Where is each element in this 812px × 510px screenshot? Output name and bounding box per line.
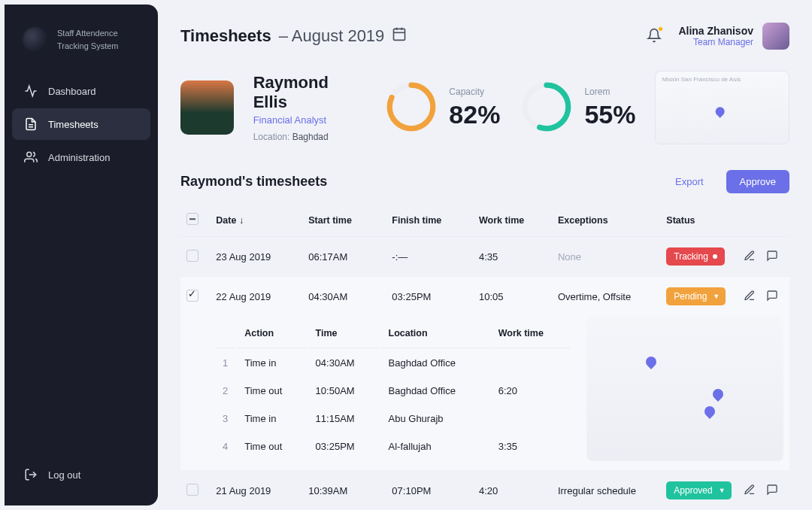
cell-date: 21 Aug 2019 [210,471,302,511]
employee-photo [180,80,234,135]
gauge-label: Capacity [449,87,500,97]
comment-icon[interactable] [766,290,778,304]
cell-work: 4:35 [473,237,552,277]
detail-col-time: Time [308,317,380,348]
logout-button[interactable]: Log out [12,459,150,490]
cell-finish: 07:10PM [386,471,473,511]
status-badge: Tracking [666,247,725,266]
row-checkbox[interactable] [186,484,198,496]
brand: Staff Attendence Tracking System [12,21,150,75]
gauge-label: Lorem [584,87,635,97]
gauge-value: 82% [449,100,500,129]
column-status: Status [660,204,737,237]
sidebar-item-label: Timesheets [48,119,98,130]
edit-icon[interactable] [744,290,756,304]
cell-start: 06:17AM [302,237,386,277]
brand-logo [23,27,48,53]
topbar: Timesheets – August 2019 Alina Zhanisov … [180,23,789,50]
comment-icon[interactable] [766,484,778,498]
column-start: Start time [302,204,386,237]
sidebar-item-label: Dashboard [48,86,96,97]
detail-row: 1Time in04:30AMBaghdad Office [215,350,570,376]
detail-row: 3Time in11:15AMAbu Ghurajb [215,405,570,432]
sidebar-item-label: Administration [48,152,110,163]
avatar [762,23,789,50]
detail-table: Action Time Location Work time 1Time in0… [214,316,571,461]
column-finish: Finish time [386,204,473,237]
notifications-button[interactable] [647,28,662,45]
status-badge[interactable]: Pending▼ [666,287,726,305]
cell-finish: -:— [386,237,473,277]
detail-map[interactable] [586,316,783,461]
gauge-value: 55% [584,100,635,129]
calendar-icon[interactable] [392,26,407,46]
page-title: Timesheets – August 2019 [180,26,407,46]
edit-icon[interactable] [744,250,756,264]
page-title-text: Timesheets [180,26,271,46]
chevron-down-icon: ▼ [713,293,720,300]
row-checkbox[interactable] [186,290,198,302]
cell-work: 10:05 [473,277,552,317]
cell-start: 10:39AM [302,471,386,511]
section-head: Raymond's timesheets Export Approve [180,170,789,193]
svg-point-2 [27,152,32,156]
gauge-capacity: Capacity 82% [384,80,500,136]
current-user[interactable]: Alina Zhanisov Team Manager [678,23,789,50]
cell-exceptions: Overtime, Offsite [552,277,660,317]
cell-work: 4:20 [473,471,552,511]
cell-start: 04:30AM [302,277,386,317]
map-label: Misión San Francisco de Asís [662,76,741,83]
gauge-lorem: Lorem 55% [520,80,635,136]
detail-col-work: Work time [491,317,571,348]
user-name: Alina Zhanisov [678,25,753,37]
comment-icon[interactable] [766,250,778,264]
row-checkbox[interactable] [186,250,198,262]
column-date[interactable]: Date ↓ [210,204,302,237]
cell-finish: 03:25PM [386,277,473,317]
column-work: Work time [473,204,552,237]
notification-dot-icon [658,26,663,32]
edit-icon[interactable] [744,484,756,498]
employee-summary: Raymond Ellis Financial Analyst Location… [180,71,789,144]
detail-col-action: Action [237,317,306,348]
select-all-checkbox[interactable] [186,213,198,225]
table-row-detail: Action Time Location Work time 1Time in0… [180,316,789,471]
table-row[interactable]: 22 Aug 2019 04:30AM 03:25PM 10:05 Overti… [180,277,789,317]
users-icon [24,150,38,164]
sidebar-item-administration[interactable]: Administration [12,141,150,173]
sidebar-item-dashboard[interactable]: Dashboard [12,75,150,107]
table-row[interactable]: 23 Aug 2019 06:17AM -:— 4:35 None Tracki… [180,237,789,277]
map-pin-icon [710,387,726,402]
logout-icon [24,468,38,481]
user-role: Team Manager [678,37,753,47]
map-pin-icon [702,404,717,419]
detail-row: 4Time out03:25PMAl-fallujah3:35 [215,433,570,460]
activity-icon [24,84,38,98]
column-exceptions: Exceptions [552,204,660,237]
sidebar-item-timesheets[interactable]: Timesheets [12,108,150,140]
cell-date: 22 Aug 2019 [210,277,302,317]
cell-exceptions: None [552,237,660,277]
section-title: Raymond's timesheets [180,174,327,190]
page-title-period: – August 2019 [279,26,385,46]
status-badge[interactable]: Approved▼ [666,481,731,499]
export-button[interactable]: Export [662,170,717,193]
brand-text: Staff Attendence Tracking System [57,27,119,52]
map-pin-icon [644,354,659,369]
brand-line1: Staff Attendence [57,27,119,40]
employee-role: Financial Analyst [253,114,365,126]
detail-row: 2Time out10:50AMBaghdad Office6:20 [215,378,570,404]
brand-line2: Tracking System [57,40,119,53]
employee-location-label: Location: [253,132,292,142]
detail-col-location: Location [381,317,489,348]
employee-name: Raymond Ellis [253,73,365,112]
svg-rect-4 [394,29,405,40]
approve-button[interactable]: Approve [726,170,789,193]
timesheet-table: Date ↓ Start time Finish time Work time … [180,204,789,510]
cell-exceptions: Irregular schedule [552,471,660,511]
table-row[interactable]: 21 Aug 2019 10:39AM 07:10PM 4:20 Irregul… [180,471,789,511]
map-thumbnail[interactable]: Misión San Francisco de Asís [655,71,789,144]
employee-location: Baghdad [292,132,329,142]
chevron-down-icon: ▼ [719,487,726,494]
cell-date: 23 Aug 2019 [210,237,302,277]
